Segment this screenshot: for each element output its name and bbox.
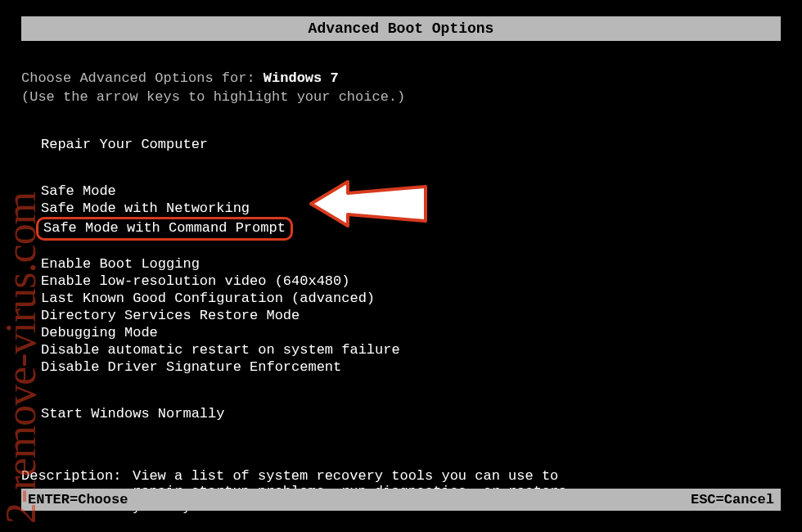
option-enable-boot-logging[interactable]: Enable Boot Logging — [41, 255, 200, 273]
choose-line: Choose Advanced Options for: Windows 7 — [21, 70, 781, 86]
esc-hint: ESC=Cancel — [691, 492, 774, 507]
highlight-box: Safe Mode with Command Prompt — [36, 217, 293, 241]
enter-hint: ENTER=Choose — [28, 492, 128, 507]
option-last-known-good[interactable]: Last Known Good Configuration (advanced) — [41, 290, 375, 307]
option-low-res-video[interactable]: Enable low-resolution video (640x480) — [41, 273, 349, 290]
option-start-windows-normally[interactable]: Start Windows Normally — [41, 405, 224, 422]
option-safe-mode[interactable]: Safe Mode — [41, 183, 116, 200]
option-repair-your-computer[interactable]: Repair Your Computer — [41, 136, 208, 153]
choose-os: Windows 7 — [264, 70, 339, 86]
bottom-bar: ENTER=Choose ESC=Cancel — [21, 489, 781, 511]
choose-label: Choose Advanced Options for: — [21, 70, 264, 86]
option-directory-services-restore[interactable]: Directory Services Restore Mode — [41, 307, 300, 324]
hint-line: (Use the arrow keys to highlight your ch… — [21, 89, 781, 105]
option-safe-mode-networking[interactable]: Safe Mode with Networking — [41, 200, 250, 217]
option-safe-mode-command-prompt[interactable]: Safe Mode with Command Prompt — [43, 219, 286, 237]
title-bar: Advanced Boot Options — [21, 16, 781, 41]
content-area: Choose Advanced Options for: Windows 7 (… — [0, 41, 802, 515]
option-debugging-mode[interactable]: Debugging Mode — [41, 324, 158, 341]
option-disable-auto-restart[interactable]: Disable automatic restart on system fail… — [41, 341, 400, 358]
option-disable-driver-sig[interactable]: Disable Driver Signature Enforcement — [41, 358, 341, 376]
